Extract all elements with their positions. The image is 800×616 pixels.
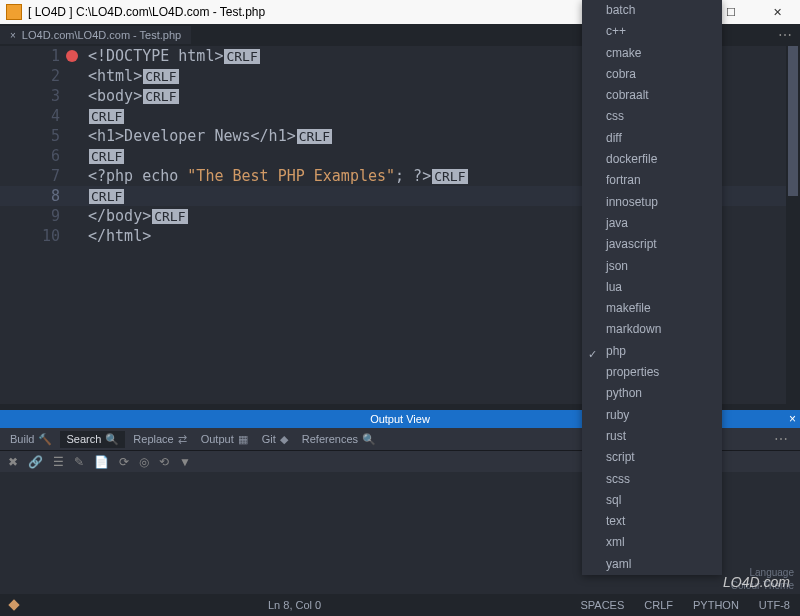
panel-tab-replace[interactable]: Replace⇄ [127,431,192,448]
status-cursor[interactable]: Ln 8, Col 0 [258,599,331,611]
panel-overflow-icon[interactable]: ⋯ [766,431,796,447]
language-item-label: css [606,109,624,123]
gutter-line[interactable]: 8 [0,186,78,206]
gutter-line[interactable]: 10 [0,226,78,246]
language-item-makefile[interactable]: makefile [582,298,722,319]
language-item-label: yaml [606,557,631,571]
panel-tab-label: Build [10,433,34,445]
gutter-line[interactable]: 4 [0,106,78,126]
close-output-icon[interactable]: × [789,410,796,428]
panel-tab-label: Git [262,433,276,445]
language-item-json[interactable]: json [582,256,722,277]
gutter-line[interactable]: 1 [0,46,78,66]
toolbar-icon-6[interactable]: ◎ [139,455,149,469]
close-tab-icon[interactable]: × [10,30,16,41]
language-item-diff[interactable]: diff [582,128,722,149]
watermark: LO4D.com [723,574,790,590]
output-view-title: Output View [370,413,430,425]
language-item-cobra[interactable]: cobra [582,64,722,85]
toolbar-icon-7[interactable]: ⟲ [159,455,169,469]
toolbar-icon-1[interactable]: 🔗 [28,455,43,469]
language-item-cobraalt[interactable]: cobraalt [582,85,722,106]
language-item-label: sql [606,493,621,507]
language-item-label: java [606,216,628,230]
panel-tab-label: Search [66,433,101,445]
toolbar-icon-4[interactable]: 📄 [94,455,109,469]
crlf-marker: CRLF [152,209,187,224]
gutter: 12345678910 [0,46,78,404]
crlf-marker: CRLF [143,89,178,104]
language-item-java[interactable]: java [582,213,722,234]
language-item-dockerfile[interactable]: dockerfile [582,149,722,170]
breakpoint-icon[interactable] [66,50,78,62]
status-indent[interactable]: SPACES [570,599,634,611]
tab-overflow-icon[interactable]: ⋯ [770,27,800,43]
toolbar-icon-5[interactable]: ⟳ [119,455,129,469]
language-item-lua[interactable]: lua [582,277,722,298]
panel-tab-label: Output [201,433,234,445]
language-item-label: cmake [606,46,641,60]
gutter-line[interactable]: 9 [0,206,78,226]
crlf-marker: CRLF [143,69,178,84]
language-item-ruby[interactable]: ruby [582,405,722,426]
language-item-properties[interactable]: properties [582,362,722,383]
language-item-label: xml [606,535,625,549]
language-item-cmake[interactable]: cmake [582,43,722,64]
vertical-scrollbar[interactable] [786,46,800,404]
language-item-markdown[interactable]: markdown [582,319,722,340]
language-item-c++[interactable]: c++ [582,21,722,42]
language-item-label: script [606,450,635,464]
crlf-marker: CRLF [89,149,124,164]
panel-tab-git[interactable]: Git◆ [256,431,294,448]
language-item-rust[interactable]: rust [582,426,722,447]
language-item-javascript[interactable]: javascript [582,234,722,255]
language-item-label: rust [606,429,626,443]
language-item-label: lua [606,280,622,294]
status-language[interactable]: PYTHON [683,599,749,611]
crlf-marker: CRLF [432,169,467,184]
language-item-css[interactable]: css [582,106,722,127]
references-icon: 🔍 [362,433,376,446]
language-item-innosetup[interactable]: innosetup [582,192,722,213]
build-icon: 🔨 [38,433,52,446]
language-item-label: javascript [606,237,657,251]
output-icon: ▦ [238,433,248,446]
toolbar-icon-2[interactable]: ☰ [53,455,64,469]
status-encoding[interactable]: UTF-8 [749,599,800,611]
status-eol[interactable]: CRLF [634,599,683,611]
gutter-line[interactable]: 6 [0,146,78,166]
status-modified-icon [0,599,28,611]
language-item-script[interactable]: script [582,447,722,468]
crlf-marker: CRLF [89,189,124,204]
language-item-php[interactable]: ✓php [582,341,722,362]
gutter-line[interactable]: 2 [0,66,78,86]
language-item-sql[interactable]: sql [582,490,722,511]
gutter-line[interactable]: 7 [0,166,78,186]
panel-tab-references[interactable]: References🔍 [296,431,382,448]
language-menu: batchc++cmakecobracobraaltcssdiffdockerf… [582,0,722,575]
scrollbar-thumb[interactable] [788,46,798,196]
panel-tab-label: Replace [133,433,173,445]
toolbar-icon-8[interactable]: ▼ [179,455,191,469]
crlf-marker: CRLF [224,49,259,64]
close-window-button[interactable]: ✕ [754,0,800,24]
language-item-label: diff [606,131,622,145]
language-item-xml[interactable]: xml [582,532,722,553]
search-icon: 🔍 [105,433,119,446]
language-item-fortran[interactable]: fortran [582,170,722,191]
panel-tab-build[interactable]: Build🔨 [4,431,58,448]
file-tab[interactable]: × LO4D.com\LO4D.com - Test.php [0,26,191,44]
panel-tab-output[interactable]: Output▦ [195,431,254,448]
language-item-text[interactable]: text [582,511,722,532]
panel-tab-search[interactable]: Search🔍 [60,431,125,448]
app-icon [6,4,22,20]
gutter-line[interactable]: 3 [0,86,78,106]
language-item-label: properties [606,365,659,379]
language-item-yaml[interactable]: yaml [582,554,722,575]
language-item-scss[interactable]: scss [582,469,722,490]
toolbar-icon-0[interactable]: ✖ [8,455,18,469]
gutter-line[interactable]: 5 [0,126,78,146]
language-item-python[interactable]: python [582,383,722,404]
language-item-batch[interactable]: batch [582,0,722,21]
toolbar-icon-3[interactable]: ✎ [74,455,84,469]
